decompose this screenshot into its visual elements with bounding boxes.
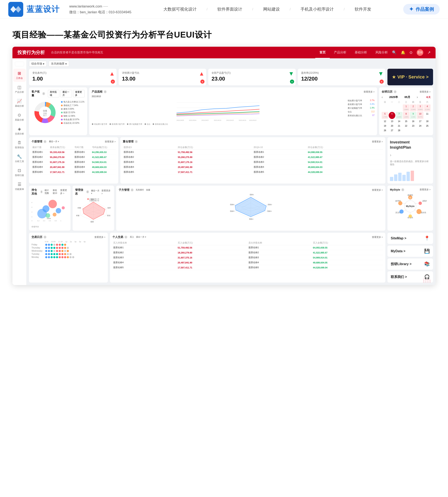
cal-cell[interactable] (417, 129, 424, 133)
stat-card-1: 变化条件(只) 1.00 ▲ ● (29, 69, 117, 85)
cal-cell-1[interactable]: 11.68% (403, 104, 409, 111)
cal-cell-22[interactable]: 22 (403, 124, 409, 128)
cal-cell-20[interactable]: 20 (389, 124, 395, 128)
cal-cell-2[interactable]: 22.24% (410, 104, 416, 111)
nav-item-mobile[interactable]: 手机及小程序设计 (301, 6, 334, 12)
scene-select[interactable]: 乐天的场景 ▾ (49, 61, 69, 67)
hold-filter-2[interactable]: 茶花前10 (53, 189, 59, 195)
cal-cell-10[interactable]: 105.37% (417, 112, 424, 119)
cal-cell-9[interactable]: 9-0.9% (410, 112, 416, 119)
user-avatar[interactable]: 普班 (417, 49, 423, 56)
manage-title: 管理信息 i 最近一月 ▾ 查看更多 > (75, 188, 112, 196)
nav-item-software[interactable]: 软件界面设计 (217, 6, 242, 12)
portfolio-button[interactable]: ✦ 作品案例 (403, 4, 440, 15)
sidebar-item-trade[interactable]: ◈ 交易分析 (13, 124, 26, 137)
dot (67, 250, 69, 252)
indiv-more[interactable]: 查看更多 > (105, 140, 116, 143)
sidebar-item-risk[interactable]: ⊙ 风险分析 (13, 110, 26, 123)
market-select[interactable]: 综合市场 ▾ (29, 61, 47, 67)
svg-text:进取性: 进取性 (422, 200, 427, 202)
sidebar-item-workbench[interactable]: ⊞ 工作台 (13, 69, 26, 82)
cal-cell[interactable] (389, 104, 395, 111)
cal-cell[interactable] (403, 129, 409, 133)
dash-nav-product[interactable]: 产品分析 (330, 47, 351, 58)
search-icon[interactable]: 🔍 (392, 50, 397, 55)
cal-cell-15[interactable]: 15 (403, 119, 409, 123)
cal-cell-23[interactable]: 23 (410, 124, 416, 128)
sidebar-item-basic[interactable]: 📈 基础分析 (13, 97, 26, 110)
sidebar-item-menu[interactable]: ☰ 功能菜单 (13, 180, 26, 193)
cal-cell-19[interactable]: 19 (382, 124, 388, 128)
sidebar-item-product[interactable]: ◫ 产品分析 (13, 83, 26, 96)
dash-nav-risk[interactable]: 风险分析 (371, 47, 392, 58)
cal-cell-11[interactable]: 11 (424, 112, 431, 119)
mydata-card[interactable]: MyData > 💾 (387, 246, 433, 257)
trade-more[interactable]: 查看更多 > (372, 236, 383, 239)
svg-text:指标5: 指标5 (230, 210, 234, 212)
mystyle-more[interactable]: 查看更多 > (420, 188, 431, 191)
contact-card[interactable]: 联系我们 > 🎧 im (387, 271, 433, 283)
sidebar-item-research[interactable]: ⊡ 投研行政 (13, 166, 26, 179)
hold-more[interactable]: 查看更多 > (60, 189, 68, 195)
nav-item-dataviz[interactable]: 大数据可视化设计 (163, 6, 197, 12)
notification-icon[interactable]: 🔔 (401, 50, 405, 55)
cal-cell-5[interactable]: 51.79% (382, 112, 388, 119)
site-header: 蓝蓝设计 www.lanlanwork.com ····· 微信：ben_lan… (0, 0, 448, 19)
cal-cell-21[interactable]: 21 (396, 124, 402, 128)
filter-month[interactable]: 最近一月 (61, 90, 72, 97)
sidebar-item-tools[interactable]: 🔧 分析工具 (13, 152, 26, 165)
dash-nav-basic[interactable]: 基础分析 (351, 47, 371, 58)
hold-filter-1[interactable]: 统计范围 (45, 189, 51, 195)
product-more[interactable]: 查看更多 > (364, 90, 375, 93)
filter-more[interactable]: 查看更多 (73, 90, 85, 97)
trade-filter-1[interactable]: 买入 (130, 236, 134, 239)
indiv-filter[interactable]: 最近一月 ▾ (49, 140, 59, 143)
cal-cell-12[interactable]: 12 (382, 119, 388, 123)
sidebar-search[interactable] (15, 62, 24, 66)
cal-cell-13[interactable]: 13 (389, 119, 395, 123)
sub-more[interactable]: 查看更多 > (372, 189, 383, 192)
manage-more[interactable]: 查看更多 > (101, 189, 112, 195)
cal-cell-18[interactable]: 18 (424, 119, 431, 123)
cal-cell[interactable] (382, 104, 388, 111)
cal-today-btn[interactable]: 今天 (426, 96, 431, 99)
nav-item-dev[interactable]: 软件开发 (355, 6, 371, 12)
cal-cell[interactable] (410, 129, 416, 133)
cal-cell-today[interactable]: 6 (389, 112, 395, 119)
sidebar-item-portfolio[interactable]: 🗓 投资组合 (13, 138, 26, 151)
sub-filter-2[interactable]: 估值 (146, 189, 150, 191)
trade-cal-more[interactable]: 查看更多 > (94, 236, 105, 239)
cal-cell-8[interactable]: 81.96% (403, 112, 409, 119)
cal-cell-24[interactable]: 24 (417, 124, 424, 128)
cal-cell-25[interactable]: 25 (424, 124, 431, 128)
cal-cell-7[interactable]: 72.24% (396, 112, 402, 119)
cal-cell-27[interactable]: 27 (389, 129, 395, 133)
cal-cell-4[interactable]: 42.14% (424, 104, 431, 111)
nav-item-web[interactable]: 网站建设 (263, 6, 280, 12)
cal-cell-26[interactable]: 26 (382, 129, 388, 133)
cal-cell-28[interactable]: 28 (396, 129, 402, 133)
cal-cell-3[interactable]: 33.56% (417, 104, 424, 111)
cal-cell[interactable] (396, 104, 402, 111)
dash-nav-home[interactable]: 首页 (315, 47, 330, 58)
svg-text:MyStyle: MyStyle (406, 205, 415, 207)
cal-cell-17[interactable]: 17 (417, 119, 424, 123)
cal-cell-16[interactable]: 16 (410, 119, 416, 123)
sub-filter-1[interactable]: 无关排行 (136, 189, 144, 191)
filter-beauty[interactable]: 美华流域 (48, 90, 59, 97)
exit-icon[interactable]: ↗ (428, 50, 431, 55)
sitemap-card[interactable]: SiteMap > 📍 (387, 233, 433, 244)
cal-cell[interactable] (424, 129, 431, 133)
cal-next[interactable]: › (417, 95, 418, 99)
cal-cell-14[interactable]: 14 (396, 119, 402, 123)
manage-filter[interactable]: 最近一月 ▾ (91, 189, 100, 194)
trade-filter-2[interactable]: 卖出一月 ▾ (136, 236, 146, 239)
pos-more[interactable]: 查看更多 > (372, 140, 383, 143)
cal-prev[interactable]: ‹ (382, 95, 383, 99)
product-legend: ◆ 初始累计盈亏率 ◆ 基准累计盈亏率 ◆ 累计超额盈亏率 ◆ 仓位 ◆ 基准成… (92, 123, 375, 126)
vip-card[interactable]: ★ VIP · Service > (387, 69, 433, 85)
library-card[interactable]: 投研Library > 📚 (387, 258, 433, 270)
insight-arrow[interactable]: › (390, 153, 431, 157)
cal-more[interactable]: 查看更多 > (420, 90, 431, 93)
settings-icon[interactable]: ⊙ (409, 50, 413, 55)
